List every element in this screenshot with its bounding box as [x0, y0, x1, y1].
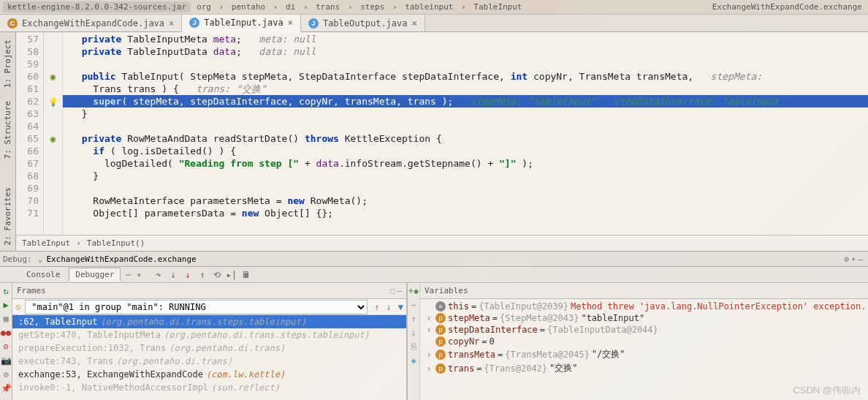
- step-out-icon[interactable]: ↑: [197, 269, 208, 281]
- gutter-marks[interactable]: ◉💡◉: [44, 32, 63, 235]
- show-watches-icon[interactable]: ◈: [408, 355, 419, 366]
- drop-frame-icon[interactable]: ⟲: [211, 269, 223, 281]
- crumb-segment[interactable]: org: [194, 2, 214, 12]
- code-line[interactable]: }: [63, 170, 868, 182]
- crumb-segment[interactable]: di: [283, 2, 298, 12]
- mute-breakpoints-icon[interactable]: ⊘: [0, 341, 12, 352]
- stop-icon[interactable]: ■: [0, 313, 12, 325]
- code-line[interactable]: }: [63, 107, 868, 120]
- code-line[interactable]: if ( log.isDetailed() ) {: [63, 145, 868, 157]
- stack-frame[interactable]: prepareExecution:1032, Trans (org.pentah…: [12, 341, 406, 355]
- override-icon[interactable]: ◉: [50, 133, 56, 144]
- close-icon[interactable]: ×: [412, 18, 417, 29]
- hide-icon[interactable]: —: [856, 254, 865, 264]
- variable-row[interactable]: › p transMeta = {TransMeta@2045} "/交换": [420, 347, 868, 361]
- view-breakpoints-icon[interactable]: ●●: [0, 327, 12, 339]
- code-line[interactable]: super( stepMeta, stepDataInterface, copy…: [63, 95, 868, 107]
- rerun-icon[interactable]: ↻: [0, 285, 12, 297]
- tab-debugger[interactable]: Debugger: [69, 268, 121, 282]
- variable-row[interactable]: › p trans = {Trans@2042} "交换": [420, 361, 868, 375]
- code-line[interactable]: [63, 58, 868, 70]
- move-down-icon[interactable]: ↓: [408, 327, 419, 339]
- filter-icon[interactable]: ▼: [398, 302, 403, 312]
- remove-watch-icon[interactable]: −: [408, 299, 419, 311]
- expand-icon[interactable]: ›: [425, 325, 433, 335]
- crumb-segment[interactable]: steps: [357, 2, 387, 12]
- java-file-icon: J: [308, 18, 319, 29]
- editor-tab[interactable]: J TableInput.java ×: [182, 15, 301, 32]
- code-editor[interactable]: 575859606162636465666768697071 ◉💡◉ priva…: [16, 32, 868, 235]
- code-line[interactable]: RowMetaInterface parametersMeta = new Ro…: [63, 195, 868, 207]
- thread-dump-icon[interactable]: 📷: [0, 355, 12, 366]
- settings-icon[interactable]: ⚙: [0, 369, 12, 380]
- toolwin-structure[interactable]: 7: Structure: [1, 95, 14, 165]
- java-file-icon: J: [189, 18, 199, 28]
- variable-row[interactable]: › p stepDataInterface = {TableInputData@…: [420, 324, 868, 336]
- code-line[interactable]: Object[] parametersData = new Object[] {…: [63, 207, 868, 219]
- new-watch-icon[interactable]: +◆: [408, 285, 419, 297]
- stack-frame[interactable]: getStep:470, TableInputMeta (org.pentaho…: [12, 328, 406, 341]
- parameter-icon: p: [435, 336, 446, 347]
- code-line[interactable]: private TableInputData data; data: null: [63, 45, 868, 58]
- override-icon[interactable]: ◉: [50, 71, 56, 82]
- restore-layout-icon[interactable]: ⬚: [390, 286, 395, 295]
- crumb-jar[interactable]: kettle-engine-8.2.0.0-342-sources.jar: [3, 1, 191, 12]
- intention-bulb-icon[interactable]: 💡: [48, 97, 58, 107]
- parameter-icon: p: [435, 350, 446, 360]
- stack-frame[interactable]: execute:743, Trans (org.pentaho.di.trans…: [12, 355, 406, 368]
- frame-list[interactable]: :62, TableInput (org.pentaho.di.trans.st…: [12, 315, 406, 400]
- watermark: CSDN @伟衙内: [793, 384, 861, 397]
- expand-icon[interactable]: ›: [425, 350, 433, 360]
- crumb-run-config[interactable]: ExchangeWithExpandCode.exchange: [709, 2, 865, 12]
- close-icon[interactable]: ×: [288, 18, 293, 28]
- hide-panel-icon[interactable]: —: [397, 286, 402, 295]
- move-up-icon[interactable]: ↑: [408, 313, 419, 325]
- pin-icon[interactable]: 📌: [0, 382, 12, 394]
- stack-frame[interactable]: invoke0:-1, NativeMethodAccessorImpl (su…: [12, 381, 406, 394]
- code-line[interactable]: private TableInputMeta meta; meta: null: [63, 33, 868, 45]
- expand-icon[interactable]: ›: [425, 363, 433, 374]
- step-into-icon[interactable]: ↓: [167, 269, 179, 281]
- evaluate-icon[interactable]: 🖩: [240, 269, 252, 281]
- debug-header: Debug: ⌄ ExchangeWithExpandCode.exchange…: [0, 251, 868, 267]
- variable-row[interactable]: p copyNr = 0: [420, 336, 868, 347]
- next-frame-icon[interactable]: ↓: [387, 302, 392, 312]
- code-line[interactable]: Trans trans ) { trans: "交换": [63, 83, 868, 95]
- variable-row[interactable]: › p stepMeta = {StepMeta@2043} "tableInp…: [420, 312, 868, 324]
- code-line[interactable]: logDetailed( "Reading from step [" + dat…: [63, 157, 868, 170]
- crumb-segment[interactable]: pentaho: [229, 2, 268, 12]
- toolwin-favorites[interactable]: 2: Favorites: [1, 181, 14, 251]
- editor-tab[interactable]: C ExchangeWithExpandCode.java ×: [0, 15, 182, 31]
- code-line[interactable]: [63, 182, 868, 195]
- object-icon: ≡: [435, 301, 446, 312]
- force-step-into-icon[interactable]: ↓: [182, 269, 194, 281]
- expand-icon[interactable]: ›: [425, 313, 433, 323]
- thread-selector[interactable]: "main"@1 in group "main": RUNNING: [25, 300, 368, 314]
- toolwin-project[interactable]: 1: Project: [1, 34, 14, 94]
- settings-icon[interactable]: ⚙: [842, 254, 851, 264]
- variable-row[interactable]: ≡ this = {TableInput@2039} Method threw …: [420, 301, 868, 312]
- code-line[interactable]: [63, 120, 868, 132]
- code-line[interactable]: private RowMetaAndData readStartDate() t…: [63, 132, 868, 145]
- parameter-icon: p: [435, 325, 446, 335]
- code-line[interactable]: public TableInput( StepMeta stepMeta, St…: [63, 70, 868, 83]
- crumb-segment[interactable]: trans: [313, 2, 343, 12]
- copy-icon[interactable]: ⎘: [408, 341, 419, 352]
- stack-frame[interactable]: exchange:53, ExchangeWithExpandCode (com…: [12, 368, 406, 381]
- close-icon[interactable]: ×: [169, 18, 174, 29]
- run-to-cursor-icon[interactable]: ▸|: [226, 269, 237, 281]
- parameter-icon: p: [435, 363, 446, 374]
- editor-tab[interactable]: J TableOutput.java ×: [301, 15, 425, 31]
- debug-side-controls: ↻ ▶ ■ ●● ⊘ 📷 ⚙ 📌: [0, 283, 12, 400]
- crumb-segment[interactable]: TableInput: [471, 2, 525, 12]
- prev-frame-icon[interactable]: ↑: [374, 302, 379, 312]
- crumb-segment[interactable]: tableinput: [402, 2, 456, 12]
- more-icon[interactable]: ⋯ ▾: [123, 270, 145, 280]
- debug-config[interactable]: ⌄ ExchangeWithExpandCode.exchange: [38, 254, 197, 264]
- tab-console[interactable]: Console: [20, 268, 66, 282]
- stack-frame[interactable]: :62, TableInput (org.pentaho.di.trans.st…: [12, 315, 406, 328]
- step-over-icon[interactable]: ↷: [153, 269, 164, 281]
- resume-icon[interactable]: ▶: [0, 299, 12, 311]
- debug-icon: ⌄: [38, 254, 43, 264]
- editor-breadcrumb[interactable]: TableInput›TableInput(): [16, 235, 868, 251]
